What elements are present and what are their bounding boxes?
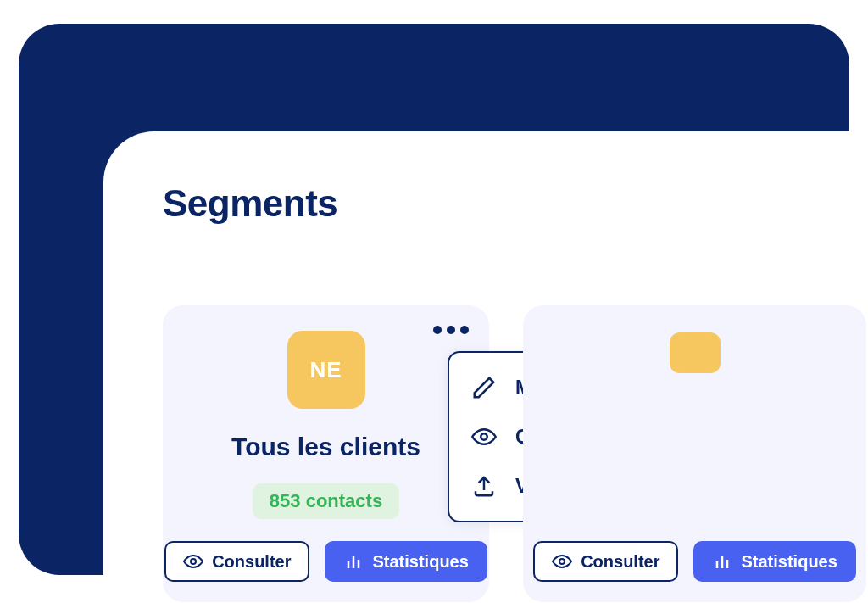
pencil-icon [471, 375, 497, 400]
consult-button-label: Consulter [581, 552, 659, 572]
main-surface: Segments NE Tous les clients 853 contact… [103, 131, 858, 583]
segment-card: NE Tous les clients 853 contacts Consult… [163, 305, 489, 602]
segment-avatar [670, 332, 721, 373]
dot-icon [447, 326, 455, 334]
consult-button[interactable]: Consulter [164, 541, 309, 582]
segment-avatar-text: NE [309, 357, 342, 383]
eye-icon [552, 551, 572, 572]
segment-avatar: NE [287, 331, 365, 409]
app-frame: Segments NE Tous les clients 853 contact… [19, 24, 849, 575]
eye-icon [183, 551, 203, 572]
bar-chart-icon [343, 551, 364, 572]
consult-button-label: Consulter [212, 552, 291, 572]
segment-title: Tous les clients [163, 433, 489, 461]
dot-icon [460, 326, 469, 334]
page-title: Segments [163, 182, 858, 225]
segment-cards-row: NE Tous les clients 853 contacts Consult… [163, 305, 866, 602]
consult-button[interactable]: Consulter [533, 541, 678, 582]
bar-chart-icon [712, 551, 732, 572]
statistics-button[interactable]: Statistiques [693, 541, 855, 582]
dot-icon [433, 326, 442, 334]
statistics-button[interactable]: Statistiques [325, 541, 487, 582]
svg-point-0 [191, 559, 196, 564]
svg-point-4 [481, 433, 487, 440]
svg-point-6 [559, 559, 565, 564]
contacts-count-chip: 853 contacts [253, 483, 399, 519]
eye-icon [471, 424, 497, 449]
statistics-button-label: Statistiques [741, 552, 837, 572]
statistics-button-label: Statistiques [372, 552, 468, 572]
segment-card: Consulter Statistiques [523, 305, 866, 602]
more-options-button[interactable] [433, 326, 469, 334]
upload-icon [471, 473, 497, 499]
